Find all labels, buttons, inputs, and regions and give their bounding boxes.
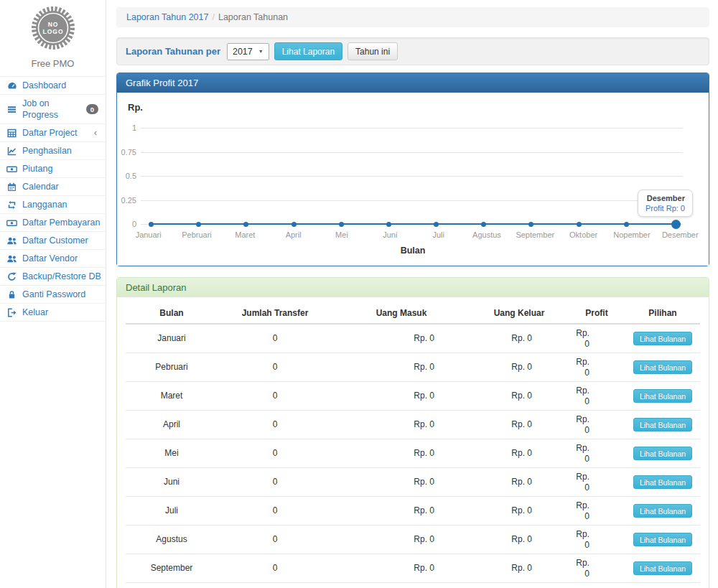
x-tick-label: Juli xyxy=(414,230,462,239)
breadcrumb-link-laporan-tahun[interactable]: Laporan Tahun 2017 xyxy=(126,12,208,22)
lihat-bulanan-button[interactable]: Lihat Bulanan xyxy=(633,475,692,489)
cell-bulan: Oktober xyxy=(126,583,218,588)
cell-jumlah-transfer: 0 xyxy=(218,353,332,382)
cell-bulan: Juni xyxy=(126,468,218,497)
data-point xyxy=(528,222,533,227)
sidebar-item-label: Daftar Pembayaran xyxy=(22,217,100,228)
cell-bulan: Pebruari xyxy=(126,353,218,382)
money-icon xyxy=(6,164,18,174)
chart-tooltip: Desember Profit Rp: 0 xyxy=(638,190,693,217)
sidebar-item-label: Langganan xyxy=(22,199,67,210)
data-point xyxy=(434,222,439,227)
data-points xyxy=(149,220,681,229)
y-tick-label: 0.75 xyxy=(115,148,136,157)
sidebar-item-keluar[interactable]: Keluar xyxy=(0,304,106,322)
data-point xyxy=(481,222,486,227)
lihat-bulanan-button[interactable]: Lihat Bulanan xyxy=(633,360,692,374)
sidebar-item-label: Daftar Project xyxy=(22,127,77,139)
detail-panel-title: Detail Laporan xyxy=(117,278,709,297)
lihat-bulanan-button[interactable]: Lihat Bulanan xyxy=(633,332,692,345)
report-controls: Laporan Tahunan per 2017 ▼ Lihat Laporan… xyxy=(116,37,709,65)
y-tick-label: 0 xyxy=(115,220,136,228)
gridline: 0.75 xyxy=(141,152,683,153)
y-axis-title: Rp. xyxy=(128,102,143,113)
cell-uang-keluar: Rp. 0 xyxy=(470,468,568,497)
cell-profit: Rp. 0 xyxy=(568,497,625,526)
sidebar-item-daftar-customer[interactable]: Daftar Customer xyxy=(0,232,106,250)
sidebar-item-label: Ganti Password xyxy=(22,289,85,300)
table-row: Mei0Rp. 0Rp. 0Rp. 0Lihat Bulanan xyxy=(126,439,700,468)
cell-uang-masuk: Rp. 0 xyxy=(332,468,470,497)
lock-icon xyxy=(6,290,18,299)
svg-text:LOGO: LOGO xyxy=(42,28,63,35)
table-row: April0Rp. 0Rp. 0Rp. 0Lihat Bulanan xyxy=(126,411,700,439)
x-tick-label: September xyxy=(511,230,559,239)
lihat-bulanan-button[interactable]: Lihat Bulanan xyxy=(633,389,692,403)
cell-profit: Rp. 0 xyxy=(568,439,625,468)
data-point xyxy=(386,222,391,227)
sidebar-item-langganan[interactable]: Langganan xyxy=(0,196,106,214)
table-row: Oktober0Rp. 0Rp. 0Rp. 0Lihat Bulanan xyxy=(126,583,700,588)
tooltip-value: Profit Rp: 0 xyxy=(645,204,685,213)
chart-panel-title: Grafik Profit 2017 xyxy=(117,73,709,93)
users-icon xyxy=(6,254,18,263)
sidebar-item-label: Job on Progress xyxy=(22,98,82,121)
lihat-bulanan-button[interactable]: Lihat Bulanan xyxy=(633,418,692,431)
sidebar-item-calendar[interactable]: Calendar xyxy=(0,178,106,196)
sidebar-item-label: Calendar xyxy=(22,181,59,192)
lihat-laporan-button[interactable]: Lihat Laporan xyxy=(274,42,342,60)
sidebar-item-piutang[interactable]: Piutang xyxy=(0,160,106,178)
sidebar-item-job-on-progress[interactable]: Job on Progress 0 xyxy=(0,95,106,124)
brand-name: Free PMO xyxy=(0,58,106,69)
year-select[interactable]: 2017 ▼ xyxy=(227,43,269,60)
cell-jumlah-transfer: 0 xyxy=(218,497,332,526)
cell-uang-keluar: Rp. 0 xyxy=(470,382,568,411)
sidebar-item-dashboard[interactable]: Dashboard xyxy=(0,77,106,95)
x-tick-label: Agustus xyxy=(462,230,510,239)
tahun-ini-button[interactable]: Tahun ini xyxy=(348,42,398,60)
lihat-bulanan-button[interactable]: Lihat Bulanan xyxy=(633,533,692,546)
x-tick-label: Pebruari xyxy=(172,230,220,239)
sidebar-item-daftar-pembayaran[interactable]: Daftar Pembayaran xyxy=(0,214,106,232)
cell-profit: Rp. 0 xyxy=(568,353,625,382)
sidebar-item-daftar-project[interactable]: Daftar Project ‹ xyxy=(0,124,106,142)
cell-uang-masuk: Rp. 0 xyxy=(332,382,470,411)
x-tick-label: Januari xyxy=(124,230,172,239)
cell-jumlah-transfer: 0 xyxy=(218,583,332,588)
cell-profit: Rp. 0 xyxy=(568,554,625,583)
y-tick-label: 0.25 xyxy=(115,196,136,205)
cell-uang-keluar: Rp. 0 xyxy=(470,583,568,588)
y-tick-label: 0.5 xyxy=(115,172,136,180)
cell-profit: Rp. 0 xyxy=(568,382,625,411)
col-header-profit: Profit xyxy=(568,303,625,324)
data-point xyxy=(671,220,681,229)
profit-chart-panel: Grafik Profit 2017 Rp. 10.750.50.250 Jan… xyxy=(116,73,709,266)
gridline: 0.5 xyxy=(141,176,683,177)
cell-bulan: April xyxy=(126,411,218,439)
repeat-icon xyxy=(6,200,18,210)
cell-bulan: Mei xyxy=(126,439,218,468)
table-header-row: Bulan Jumlah Transfer Uang Masuk Uang Ke… xyxy=(126,303,700,324)
sidebar-item-ganti-password[interactable]: Ganti Password xyxy=(0,286,106,304)
cell-jumlah-transfer: 0 xyxy=(218,554,332,583)
col-header-pilihan: Pilihan xyxy=(625,303,700,324)
calendar-icon xyxy=(6,182,18,192)
y-tick-label: 1 xyxy=(115,123,136,132)
cell-uang-masuk: Rp. 0 xyxy=(332,526,470,554)
col-header-uang-masuk: Uang Masuk xyxy=(332,303,470,324)
sidebar-item-label: Piutang xyxy=(22,163,52,174)
data-point xyxy=(243,222,248,227)
detail-laporan-panel: Detail Laporan Bulan Jumlah Transfer Uan… xyxy=(116,277,709,588)
lihat-bulanan-button[interactable]: Lihat Bulanan xyxy=(633,447,692,460)
cell-bulan: Januari xyxy=(126,324,218,353)
sidebar-item-daftar-vendor[interactable]: Daftar Vendor xyxy=(0,250,106,268)
cell-jumlah-transfer: 0 xyxy=(218,382,332,411)
sidebar-item-backup-restore[interactable]: Backup/Restore DB xyxy=(0,268,106,286)
lihat-bulanan-button[interactable]: Lihat Bulanan xyxy=(633,561,692,575)
cell-uang-masuk: Rp. 0 xyxy=(332,411,470,439)
table-row: September0Rp. 0Rp. 0Rp. 0Lihat Bulanan xyxy=(126,554,700,583)
lihat-bulanan-button[interactable]: Lihat Bulanan xyxy=(633,504,692,518)
sign-out-icon xyxy=(6,308,18,317)
cell-bulan: Juli xyxy=(126,497,218,526)
sidebar-item-penghasilan[interactable]: Penghasilan xyxy=(0,142,106,160)
